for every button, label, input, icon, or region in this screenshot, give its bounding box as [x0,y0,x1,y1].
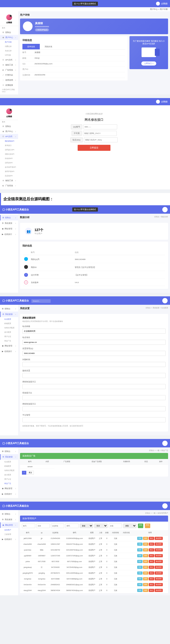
sidebar-sub[interactable]: 商业广告 [0,481,18,486]
action-button[interactable]: 修改权限 [154,560,163,563]
action-button[interactable]: 修改权限 [154,566,163,569]
sidebar-item-site[interactable]: ◉网站管理∨ [0,226,18,232]
action-button[interactable]: 修改权限 [154,577,163,580]
admin-logo[interactable]: 小西瓜API工具箱后台 [3,442,29,445]
action-button[interactable]: 编辑 [143,560,148,563]
query-button[interactable]: 查询 [145,524,150,528]
action-button[interactable]: 验证 [149,537,154,540]
sidebar-item-online[interactable]: ▶在线发行∨ [0,536,18,542]
tab-friends[interactable]: 消息好友 [40,44,57,50]
join-button[interactable]: 立即加入 » [141,62,156,66]
sidebar-item-online[interactable]: ▶在线发行∨ [0,491,18,497]
action-button[interactable]: 验证 [149,560,154,563]
sidebar-sub-api[interactable]: 自动录API [0,156,18,161]
sidebar-item-system[interactable]: ⚙系统更新∨ [0,517,18,522]
action-button[interactable]: 修改权限 [154,542,163,546]
sidebar-sub-api[interactable]: 意思很API [0,174,18,178]
type-select[interactable]: 类型 [123,524,136,528]
setting-input[interactable] [23,373,166,378]
sidebar-item-api[interactable]: ⊡API文档∨ [0,57,18,62]
admin-avatar[interactable] [162,441,167,446]
sidebar-item-site[interactable]: ◉网站管理∨ [0,343,18,348]
action-button[interactable]: 修改权限 [154,537,163,540]
submit-button[interactable]: 立即提交 [78,145,110,151]
sidebar-item-site[interactable]: ◉网站管理∨ [0,486,18,491]
action-button[interactable]: 编辑 [143,577,148,580]
tab-basic[interactable]: 基本信息 [23,44,40,50]
setting-input[interactable] [23,395,166,400]
topbar-user[interactable]: 企鹅猫 [156,100,167,104]
sidebar-sub-adduser[interactable]: 添加用户 [0,528,18,532]
sidebar-item-system[interactable]: ⚙系统更新∧ [0,312,18,317]
sidebar-item-console[interactable]: ⊞控制台∨ [0,511,18,517]
sidebar-sub[interactable]: 接口配置 [0,330,18,334]
sidebar-item-desc[interactable]: ⋮说明说明∨ [0,78,18,83]
login-select[interactable]: 登录 [94,524,108,528]
sidebar-item-tools[interactable]: ⊕辅助工具∨ [0,62,18,68]
setting-input[interactable] [23,417,166,422]
sidebar-sub-vip[interactable]: VIP列表 [0,53,18,57]
admin-logo[interactable]: 小西瓜API工具箱后台 [3,504,29,508]
setting-input[interactable] [23,351,166,356]
sidebar-item-console[interactable]: ⊞控制台 [0,30,18,35]
sidebar-logo[interactable]: 企鹅猫 [0,106,18,120]
sidebar-item-api[interactable]: ⊡API文档∧ [0,134,18,139]
action-button[interactable]: 登录 [137,572,142,574]
sidebar-item-console[interactable]: ⊞控制台 [0,124,18,129]
account-input[interactable] [22,524,35,528]
sidebar-sub[interactable]: 智博充币配置 [0,468,18,473]
sidebar-item-ads[interactable]: ◐广告投放∨ [0,183,18,188]
sidebar-item-online[interactable]: ▶在线发行∨ [0,232,18,237]
skey-input[interactable] [84,137,118,142]
sidebar-item-usercenter[interactable]: ◉用户中心∧ [0,35,18,40]
setting-input[interactable] [23,384,166,389]
action-button[interactable]: 验证 [149,554,154,557]
page-1[interactable]: 1 [22,471,26,475]
action-button[interactable]: 登录 [137,554,142,557]
pwd-input[interactable] [65,524,79,528]
action-button[interactable]: 登录 [137,537,142,540]
sidebar-sub[interactable]: 站点配置 [0,460,18,464]
action-button[interactable]: 编辑 [143,537,148,540]
sidebar-sub[interactable]: 智博充币配置 [0,326,18,330]
action-button[interactable]: 验证 [149,577,154,580]
sidebar-item-console[interactable]: ⊞控制台∨ [0,215,18,220]
sidebar-item-site[interactable]: ◉网站管理∧ [0,522,18,528]
action-button[interactable]: 编辑 [143,548,148,552]
sidebar-sub[interactable]: 用户认证 [0,334,18,339]
search-input[interactable] [31,299,51,303]
sidebar-sub[interactable]: 接口配置 [0,473,18,477]
action-button[interactable]: 编辑 [143,589,148,592]
sidebar-sub[interactable]: 站点配置 [0,317,18,322]
setting-input[interactable] [23,340,166,345]
sidebar-item-links[interactable]: ✕友情链接 [0,83,18,88]
action-button[interactable]: 验证 [149,548,154,552]
qq-input[interactable] [51,524,64,528]
sidebar-item-system[interactable]: ⚙系统更新∧ [0,454,18,460]
sidebar-sub-api[interactable]: 发布接口 [0,143,18,148]
admin-logo[interactable]: 小西瓜API工具箱后台 [3,299,29,302]
action-button[interactable]: 登录 [137,548,142,552]
sidebar-item-tip[interactable]: ✓打赏列表 [0,72,18,78]
action-button[interactable]: 登录 [137,566,142,569]
sidebar-logo[interactable]: 企鹅猫 [0,12,18,26]
action-button[interactable]: 编辑 [143,554,148,557]
sidebar-item-system[interactable]: ⚙系统更新∨ [0,220,18,226]
admin-avatar[interactable] [162,298,167,303]
sidebar-sub[interactable]: 邮箱配置 [0,322,18,326]
action-button[interactable]: 修改权限 [154,583,163,586]
sidebar-sub-api[interactable]: 我的密钥API [0,139,18,143]
sidebar-sub-api[interactable]: 清除记录API [0,152,18,156]
topbar-user[interactable]: 企鹅猫 [156,2,167,6]
sidebar-sub[interactable]: 商业广告 [0,339,18,343]
action-button[interactable]: 验证 [149,589,154,592]
admin-avatar[interactable] [162,207,167,212]
sidebar-sub-detail[interactable]: 用户详情 [0,40,18,44]
sidebar-sub-api[interactable]: 活码接口API [0,148,18,152]
action-button[interactable]: 登录 [137,589,142,592]
action-button[interactable]: 编辑 [143,542,148,546]
action-button[interactable]: 登录 [137,560,142,563]
action-button[interactable]: 编辑 [143,566,148,569]
sidebar-sub-consume[interactable]: 消费记录 [0,44,18,49]
sidebar-item-console[interactable]: ⊞控制台∨ [0,306,18,312]
